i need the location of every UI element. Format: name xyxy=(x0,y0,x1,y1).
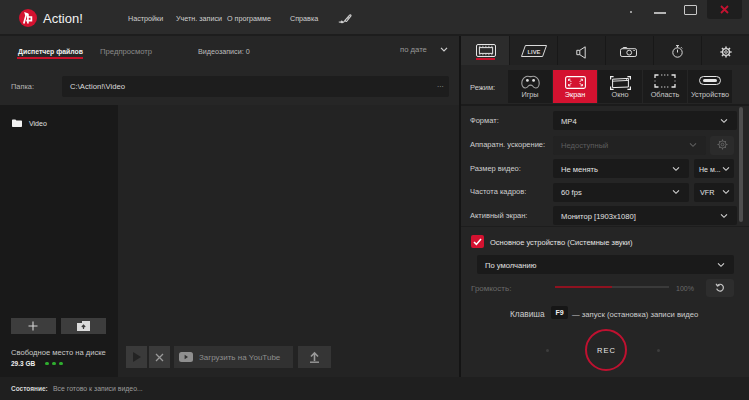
svg-text:LIVE: LIVE xyxy=(528,49,541,55)
